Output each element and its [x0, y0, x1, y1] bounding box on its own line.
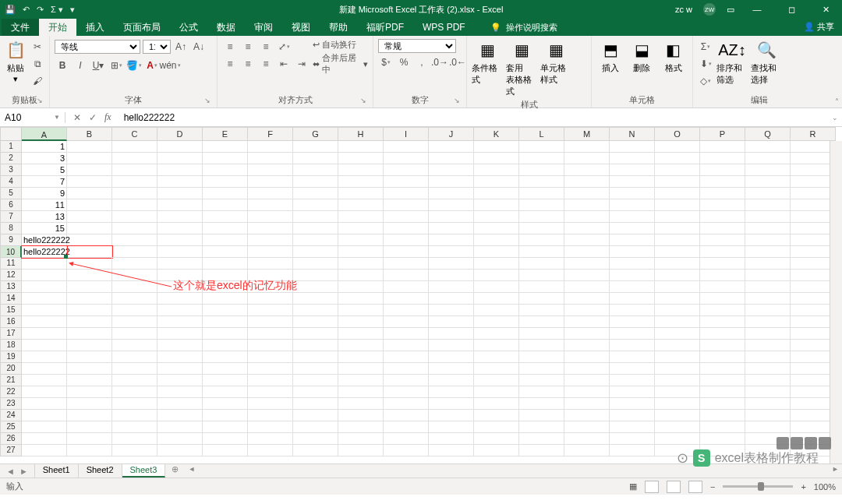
cell-I7[interactable] [384, 211, 429, 223]
cell-H20[interactable] [338, 363, 384, 375]
page-break-view-button[interactable] [688, 481, 702, 493]
cell-F21[interactable] [248, 375, 293, 386]
cell-P8[interactable] [700, 223, 745, 234]
cell-M10[interactable] [564, 246, 610, 258]
row-header-5[interactable]: 5 [0, 188, 22, 199]
decrease-font-icon[interactable]: A↓ [191, 39, 207, 55]
cell-H10[interactable] [338, 246, 384, 258]
cell-O18[interactable] [655, 340, 700, 351]
cell-N5[interactable] [610, 188, 655, 199]
row-header-7[interactable]: 7 [0, 211, 22, 223]
page-layout-view-button[interactable] [667, 481, 681, 493]
cell-H21[interactable] [338, 375, 384, 386]
cell-N15[interactable] [610, 305, 655, 316]
cell-N6[interactable] [610, 199, 655, 211]
cell-N26[interactable] [610, 433, 655, 445]
find-select-button[interactable]: 🔍查找和选择 [751, 39, 782, 86]
cell-J16[interactable] [429, 316, 474, 328]
cancel-formula-icon[interactable]: ✕ [73, 112, 81, 123]
cell-A17[interactable] [22, 328, 67, 340]
align-right-icon[interactable]: ≡ [258, 56, 274, 72]
number-dialog-icon[interactable]: ↘ [454, 97, 460, 104]
cell-A1[interactable]: 1 [22, 141, 67, 153]
minimize-button[interactable]: — [745, 5, 769, 14]
cell-A6[interactable]: 11 [22, 199, 67, 211]
cell-K15[interactable] [474, 305, 519, 316]
cell-B26[interactable] [67, 433, 112, 445]
decrease-decimal-icon[interactable]: .0← [450, 55, 465, 70]
cell-E5[interactable] [203, 188, 248, 199]
tab-wps[interactable]: WPS PDF [413, 19, 475, 36]
cell-E4[interactable] [203, 176, 248, 188]
cell-B8[interactable] [67, 223, 112, 234]
cell-O12[interactable] [655, 270, 700, 281]
cell-J3[interactable] [429, 164, 474, 176]
tab-home[interactable]: 开始 [39, 19, 76, 36]
cell-G24[interactable] [293, 410, 338, 421]
cell-K9[interactable] [474, 234, 519, 246]
column-header-R[interactable]: R [791, 127, 836, 141]
cell-P5[interactable] [700, 188, 745, 199]
cell-P20[interactable] [700, 363, 745, 375]
cell-M7[interactable] [564, 211, 610, 223]
cell-I3[interactable] [384, 164, 429, 176]
column-header-Q[interactable]: Q [745, 127, 791, 141]
cell-F23[interactable] [248, 398, 293, 410]
cell-H15[interactable] [338, 305, 384, 316]
cell-B11[interactable] [67, 258, 112, 270]
cell-M15[interactable] [564, 305, 610, 316]
row-header-1[interactable]: 1 [0, 141, 22, 153]
cell-A3[interactable]: 5 [22, 164, 67, 176]
row-header-4[interactable]: 4 [0, 176, 22, 188]
cell-I2[interactable] [384, 153, 429, 164]
cell-P17[interactable] [700, 328, 745, 340]
cell-F3[interactable] [248, 164, 293, 176]
cell-P7[interactable] [700, 211, 745, 223]
cell-E9[interactable] [203, 234, 248, 246]
cell-C2[interactable] [112, 153, 157, 164]
spreadsheet-grid[interactable]: ABCDEFGHIJKLMNOPQR 11233547596117138159h… [0, 127, 842, 463]
cell-J18[interactable] [429, 340, 474, 351]
cell-D4[interactable] [157, 176, 203, 188]
row-header-10[interactable]: 10 [0, 246, 22, 258]
cell-I21[interactable] [384, 375, 429, 386]
format-painter-icon[interactable]: 🖌 [30, 73, 45, 89]
align-middle-icon[interactable]: ≡ [240, 39, 256, 55]
cell-E7[interactable] [203, 211, 248, 223]
cell-E23[interactable] [203, 398, 248, 410]
indent-right-icon[interactable]: ⇥ [294, 56, 310, 72]
cell-L22[interactable] [519, 386, 564, 398]
row-header-9[interactable]: 9 [0, 234, 22, 246]
conditional-format-button[interactable]: ▦条件格式 [472, 39, 503, 86]
cell-G23[interactable] [293, 398, 338, 410]
sheet-nav-next-icon[interactable]: ► [19, 467, 28, 476]
cell-E24[interactable] [203, 410, 248, 421]
cell-O11[interactable] [655, 258, 700, 270]
cell-O23[interactable] [655, 398, 700, 410]
column-header-O[interactable]: O [655, 127, 700, 141]
cell-F5[interactable] [248, 188, 293, 199]
cell-A4[interactable]: 7 [22, 176, 67, 188]
cell-N1[interactable] [610, 141, 655, 153]
cell-A10[interactable]: hello222222 [22, 246, 67, 258]
cell-C12[interactable] [112, 270, 157, 281]
cell-N7[interactable] [610, 211, 655, 223]
cell-I26[interactable] [384, 433, 429, 445]
row-header-6[interactable]: 6 [0, 199, 22, 211]
tell-me[interactable]: 💡操作说明搜索 [490, 19, 557, 36]
sheet-nav-prev-icon[interactable]: ◄ [6, 467, 15, 476]
cell-I16[interactable] [384, 316, 429, 328]
cell-C14[interactable] [112, 293, 157, 305]
cell-E14[interactable] [203, 293, 248, 305]
cell-G8[interactable] [293, 223, 338, 234]
cell-C19[interactable] [112, 351, 157, 363]
cell-I11[interactable] [384, 258, 429, 270]
cell-F24[interactable] [248, 410, 293, 421]
cell-B21[interactable] [67, 375, 112, 386]
cell-K22[interactable] [474, 386, 519, 398]
row-header-3[interactable]: 3 [0, 164, 22, 176]
cell-G14[interactable] [293, 293, 338, 305]
font-size-select[interactable]: 11 [143, 40, 171, 54]
row-header-26[interactable]: 26 [0, 433, 22, 445]
cell-C9[interactable] [112, 234, 157, 246]
